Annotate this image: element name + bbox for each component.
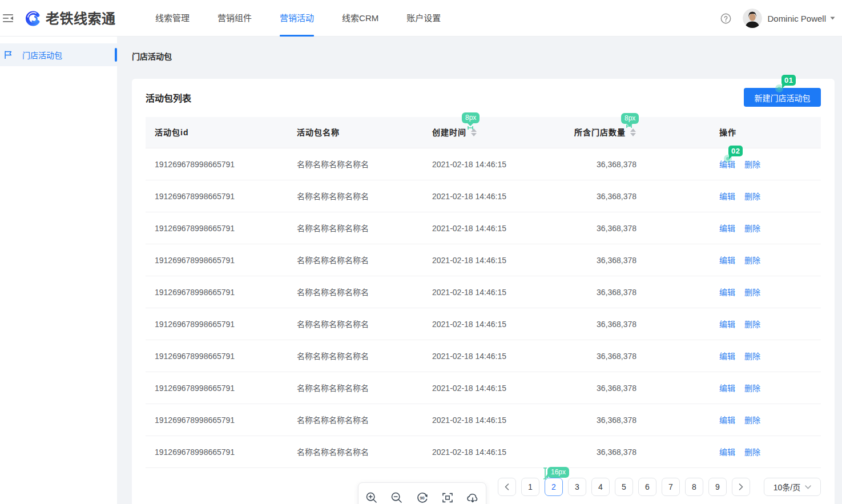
cell-actions: 编辑删除 xyxy=(710,244,821,276)
pagination-page-4[interactable]: 4 xyxy=(591,478,610,496)
pagination-page-9[interactable]: 9 xyxy=(708,478,727,496)
cell-id: 191269678998665791 xyxy=(146,212,288,244)
cell-store-count: 36,368,378 xyxy=(565,212,710,244)
nav-item-campaigns[interactable]: 营销活动 xyxy=(280,0,314,37)
flag-icon xyxy=(4,51,12,59)
delete-link[interactable]: 删除 xyxy=(744,224,760,233)
edit-link[interactable]: 编辑 xyxy=(719,192,735,201)
cell-created: 2021-02-18 14:46:15 xyxy=(423,244,565,276)
app-logo[interactable]: 老铁线索通 xyxy=(25,10,116,27)
cell-id: 191269678998665791 xyxy=(146,372,288,404)
edit-link[interactable]: 编辑 xyxy=(719,447,735,457)
pagination-page-8[interactable]: 8 xyxy=(685,478,703,496)
cell-name: 名称名称名称名称名 xyxy=(288,148,423,180)
avatar[interactable] xyxy=(743,9,762,28)
cell-actions: 编辑删除 xyxy=(710,180,821,212)
pagination-page-5[interactable]: 5 xyxy=(615,478,633,496)
marker-02-badge: 02 xyxy=(728,146,743,156)
nav-item-account[interactable]: 账户设置 xyxy=(406,0,441,37)
pagination-page-7[interactable]: 7 xyxy=(662,478,680,496)
delete-link[interactable]: 删除 xyxy=(744,384,760,393)
sidebar-collapse-icon[interactable] xyxy=(3,13,14,23)
pagination-next-button[interactable] xyxy=(732,478,750,496)
cell-name: 名称名称名称名称名 xyxy=(288,308,423,340)
delete-link[interactable]: 删除 xyxy=(744,320,760,329)
image-viewer-toolbar: 90 xyxy=(358,482,486,504)
table-row: 191269678998665791名称名称名称名称名2021-02-18 14… xyxy=(146,180,821,212)
cell-created: 2021-02-18 14:46:15 xyxy=(423,212,565,244)
cell-name: 名称名称名称名称名 xyxy=(288,276,423,308)
pagination-page-6[interactable]: 6 xyxy=(638,478,656,496)
nav-item-crm[interactable]: 线索CRM xyxy=(342,0,378,37)
rotate-90-icon[interactable]: 90 xyxy=(416,491,429,504)
cell-store-count: 36,368,378 xyxy=(565,404,710,436)
cell-id: 191269678998665791 xyxy=(146,276,288,308)
edit-link[interactable]: 编辑 xyxy=(719,384,735,393)
pagination-page-1[interactable]: 1 xyxy=(521,478,539,496)
chevron-left-icon xyxy=(505,483,509,490)
page-size-value: 10条/页 xyxy=(773,481,800,493)
edit-link[interactable]: 编辑 xyxy=(719,288,735,297)
delete-link[interactable]: 删除 xyxy=(744,192,760,201)
marker-01-anchor-dot xyxy=(775,84,783,92)
cell-actions: 编辑删除 xyxy=(710,276,821,308)
nav-item-leads[interactable]: 线索管理 xyxy=(155,0,190,37)
cell-id: 191269678998665791 xyxy=(146,340,288,372)
edit-link[interactable]: 编辑 xyxy=(719,416,735,425)
col-header-id: 活动包id xyxy=(146,117,288,148)
col-header-name: 活动包名称 xyxy=(288,117,423,148)
delete-link[interactable]: 删除 xyxy=(744,447,760,457)
cloud-download-icon[interactable] xyxy=(466,491,479,504)
pagination-prev-button[interactable] xyxy=(498,478,516,496)
help-icon[interactable] xyxy=(720,13,731,24)
fit-screen-icon[interactable] xyxy=(441,491,454,504)
cell-created: 2021-02-18 14:46:15 xyxy=(423,148,565,180)
cell-actions: 编辑删除 xyxy=(710,436,821,468)
logo-icon xyxy=(25,10,42,27)
sidebar-item-label: 门店活动包 xyxy=(22,49,62,61)
zoom-in-icon[interactable] xyxy=(365,491,378,504)
edit-link[interactable]: 编辑 xyxy=(719,224,735,233)
nav-item-components[interactable]: 营销组件 xyxy=(217,0,252,37)
delete-link[interactable]: 删除 xyxy=(744,160,760,169)
marker-01-badge: 01 xyxy=(781,75,796,86)
sidebar-item-store-activity-pack[interactable]: 门店活动包 xyxy=(0,43,117,66)
cell-actions: 编辑删除 xyxy=(710,308,821,340)
table-row: 191269678998665791名称名称名称名称名2021-02-18 14… xyxy=(146,308,821,340)
cell-store-count: 36,368,378 xyxy=(565,372,710,404)
delete-link[interactable]: 删除 xyxy=(744,288,760,297)
cell-actions: 编辑删除 xyxy=(710,212,821,244)
sidebar: 门店活动包 xyxy=(0,37,117,504)
zoom-out-icon[interactable] xyxy=(390,491,403,504)
cell-name: 名称名称名称名称名 xyxy=(288,244,423,276)
edit-link[interactable]: 编辑 xyxy=(719,352,735,361)
table-row: 191269678998665791名称名称名称名称名2021-02-18 14… xyxy=(146,276,821,308)
user-name[interactable]: Dominic Powell xyxy=(767,14,826,23)
user-menu-caret-icon[interactable] xyxy=(830,17,835,20)
delete-link[interactable]: 删除 xyxy=(744,352,760,361)
edit-link[interactable]: 编辑 xyxy=(719,320,735,329)
cell-id: 191269678998665791 xyxy=(146,180,288,212)
table-row: 191269678998665791名称名称名称名称名2021-02-18 14… xyxy=(146,436,821,468)
measure-16px-badge: 16px xyxy=(547,467,569,478)
table-body: 191269678998665791名称名称名称名称名2021-02-18 14… xyxy=(146,148,821,468)
top-nav: 线索管理 营销组件 营销活动 线索CRM 账户设置 xyxy=(155,0,469,37)
page-size-select[interactable]: 10条/页 xyxy=(764,478,821,496)
measure-8px-store-count-badge: 8px xyxy=(621,113,639,124)
cell-id: 191269678998665791 xyxy=(146,148,288,180)
edit-link[interactable]: 编辑 xyxy=(719,256,735,265)
pagination-page-2[interactable]: 2 xyxy=(545,478,563,496)
select-caret-icon xyxy=(805,485,811,489)
sort-store-count-icon[interactable] xyxy=(630,128,636,136)
measure-8px-created-bracket xyxy=(468,126,473,130)
cell-created: 2021-02-18 14:46:15 xyxy=(423,180,565,212)
delete-link[interactable]: 删除 xyxy=(744,256,760,265)
cell-id: 191269678998665791 xyxy=(146,436,288,468)
table-row: 191269678998665791名称名称名称名称名2021-02-18 14… xyxy=(146,372,821,404)
page: 老铁线索通 线索管理 营销组件 营销活动 线索CRM 账户设置 xyxy=(0,0,842,504)
sort-created-icon[interactable] xyxy=(471,128,477,136)
table-header-row: 活动包id 活动包名称 创建时间 所含门店数量 操作 xyxy=(146,117,821,148)
pagination-page-3[interactable]: 3 xyxy=(568,478,586,496)
activity-pack-table: 活动包id 活动包名称 创建时间 所含门店数量 操作 1912696789986… xyxy=(146,117,821,468)
delete-link[interactable]: 删除 xyxy=(744,416,760,425)
